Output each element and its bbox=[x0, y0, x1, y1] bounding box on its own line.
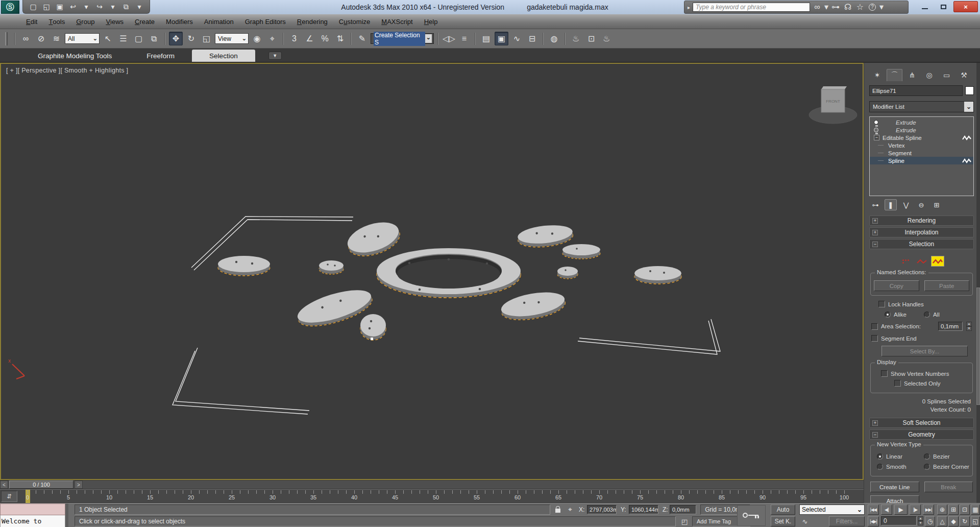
modifier-list-dropdown[interactable]: Modifier List⌄ bbox=[869, 101, 974, 112]
ribbon-minimize-icon[interactable]: ▼ bbox=[268, 52, 282, 60]
render-setup-icon[interactable]: ♨ bbox=[569, 32, 583, 45]
segment-subobject-icon[interactable] bbox=[915, 256, 928, 267]
macro-recorder-pane[interactable] bbox=[0, 504, 65, 515]
y-coordinate-field[interactable]: 1060,144mm bbox=[629, 505, 658, 514]
favorites-star-icon[interactable]: ☆ bbox=[854, 2, 866, 12]
help-icon[interactable]: ? bbox=[867, 2, 878, 12]
ribbon-tab-graphite-modeling-tools[interactable]: Graphite Modeling Tools bbox=[20, 50, 129, 62]
motion-tab-icon[interactable]: ◎ bbox=[921, 69, 937, 81]
align-icon[interactable]: ≡ bbox=[457, 32, 471, 45]
utilities-tab-icon[interactable]: ⚒ bbox=[956, 69, 972, 81]
menu-animation[interactable]: Animation bbox=[199, 14, 239, 29]
collapse-icon[interactable]: − bbox=[872, 242, 878, 247]
key-filter-dropdown[interactable]: Selected⌄ bbox=[799, 505, 865, 515]
area-selection-spinner[interactable]: ▲▼ bbox=[966, 322, 972, 331]
mirror-icon[interactable]: ◁▷ bbox=[442, 32, 456, 45]
isolate-cube-icon[interactable]: ◰ bbox=[679, 516, 690, 526]
go-to-start-button[interactable]: |◀◀ bbox=[868, 505, 879, 515]
area-selection-value[interactable]: 0,1mm bbox=[938, 322, 963, 331]
field-of-view-icon[interactable]: △ bbox=[937, 516, 947, 526]
pin-stack-icon[interactable]: ⊶ bbox=[869, 199, 881, 210]
subscription-key-icon[interactable]: ⊶ bbox=[830, 2, 841, 12]
help-dropdown-icon[interactable]: ▾ bbox=[879, 2, 884, 12]
use-pivot-point-center-icon[interactable]: ◉ bbox=[250, 32, 264, 45]
undo-icon[interactable]: ↩ bbox=[67, 1, 79, 12]
select-and-manipulate-icon[interactable]: ⌖ bbox=[265, 32, 279, 45]
bulb-off-icon[interactable] bbox=[874, 128, 878, 132]
object-name-field[interactable]: Ellipse71 bbox=[869, 85, 963, 96]
make-unique-icon[interactable]: ⋁ bbox=[900, 199, 912, 210]
spinner-snap-icon[interactable]: ⇅ bbox=[333, 32, 347, 45]
paste-button[interactable]: Paste bbox=[924, 280, 970, 291]
zoom-icon[interactable]: ⊕ bbox=[937, 505, 947, 515]
spline-subobject-icon[interactable] bbox=[931, 256, 944, 267]
rollout-rendering[interactable]: + Rendering bbox=[869, 215, 974, 226]
menu-maxscript[interactable]: MAXScript bbox=[376, 14, 418, 29]
selection-filter-dropdown[interactable]: All⌄ bbox=[65, 33, 100, 44]
select-and-link-icon[interactable]: ∞ bbox=[19, 32, 33, 45]
rollout-geometry[interactable]: − Geometry bbox=[869, 429, 974, 440]
save-file-icon[interactable]: ▣ bbox=[54, 1, 66, 12]
rollout-interpolation[interactable]: + Interpolation bbox=[869, 227, 974, 237]
bezier-corner-radio[interactable]: Bezier Corner bbox=[924, 464, 969, 470]
time-configuration-icon[interactable]: ◷ bbox=[925, 516, 935, 526]
break-button[interactable]: Break bbox=[924, 482, 973, 492]
layer-manager-icon[interactable]: ▤ bbox=[479, 32, 493, 45]
communication-center-icon[interactable]: ☊ bbox=[842, 2, 853, 12]
area-selection-checkbox[interactable]: Area Selection: bbox=[871, 323, 921, 330]
listener-pane[interactable]: Welcome to bbox=[0, 515, 65, 527]
previous-frame-button[interactable]: ◀|| bbox=[881, 505, 892, 515]
search-binoculars-icon[interactable]: ∞ bbox=[812, 2, 823, 12]
vertex-subobject-icon[interactable] bbox=[899, 256, 913, 267]
open-file-icon[interactable]: ◱ bbox=[40, 1, 53, 12]
auto-key-button[interactable]: Auto bbox=[771, 505, 795, 515]
rendered-frame-window-icon[interactable]: ⊡ bbox=[584, 32, 598, 45]
menu-tools[interactable]: Tools bbox=[43, 14, 70, 29]
bulb-on-icon[interactable] bbox=[874, 120, 878, 125]
select-by-name-icon[interactable]: ☰ bbox=[116, 32, 130, 45]
toolbar-grip[interactable] bbox=[5, 32, 8, 45]
scrollbar-thumb[interactable] bbox=[976, 288, 980, 405]
rollout-soft-selection[interactable]: + Soft Selection bbox=[869, 418, 974, 428]
orbit-icon[interactable]: ↻ bbox=[960, 516, 970, 526]
create-line-button[interactable]: Create Line bbox=[870, 482, 919, 492]
zoom-extents-all-icon[interactable]: ▦ bbox=[971, 505, 980, 515]
ribbon-tab-freeform[interactable]: Freeform bbox=[129, 50, 192, 62]
bind-to-space-warp-icon[interactable]: ≋ bbox=[50, 32, 63, 45]
scene-ring[interactable] bbox=[377, 248, 521, 298]
graphite-ribbon-toggle-icon[interactable]: ▣ bbox=[495, 32, 508, 45]
reference-coordinate-dropdown[interactable]: View⌄ bbox=[215, 33, 249, 44]
scene-canvas[interactable]: FRONT x bbox=[1, 64, 863, 479]
maximize-viewport-icon[interactable]: ◱ bbox=[971, 516, 980, 526]
modifier-stack-row[interactable]: ┄┄Segment bbox=[870, 149, 973, 157]
viewport-label[interactable]: [ + ][ Perspective ][ Smooth + Highlight… bbox=[6, 67, 128, 74]
selection-lock-icon[interactable] bbox=[552, 505, 564, 515]
frame-spinner[interactable]: ▲▼ bbox=[918, 516, 923, 525]
select-object-icon[interactable]: ↖ bbox=[101, 32, 115, 45]
show-vertex-numbers-checkbox[interactable]: Show Vertex Numbers bbox=[881, 370, 969, 377]
copy-button[interactable]: Copy bbox=[874, 280, 919, 291]
hierarchy-tab-icon[interactable]: ⋔ bbox=[904, 69, 920, 81]
menu-group[interactable]: Group bbox=[70, 14, 100, 29]
menu-help[interactable]: Help bbox=[419, 14, 444, 29]
modifier-stack-row[interactable]: ┄┄Vertex bbox=[870, 141, 973, 149]
modify-tab-icon[interactable]: ⌒ bbox=[887, 69, 902, 81]
segment-end-checkbox[interactable]: Segment End bbox=[871, 335, 917, 342]
redo-dropdown-icon[interactable]: ▾ bbox=[107, 1, 119, 12]
render-production-icon[interactable]: ♨ bbox=[600, 32, 614, 45]
menu-modifiers[interactable]: Modifiers bbox=[160, 14, 199, 29]
collapse-box-icon[interactable]: − bbox=[874, 135, 879, 140]
rectangular-selection-region-icon[interactable]: ▢ bbox=[132, 32, 145, 45]
maxscript-mini-listener[interactable]: Welcome to bbox=[0, 504, 68, 527]
go-to-end-button[interactable]: ▶▶| bbox=[923, 505, 934, 515]
redo-icon[interactable]: ↪ bbox=[93, 1, 106, 12]
set-key-button[interactable]: Set K. bbox=[771, 516, 795, 526]
qat-overflow-icon[interactable]: ▾ bbox=[133, 1, 145, 12]
absolute-offset-mode-icon[interactable]: ⌖ bbox=[565, 505, 576, 515]
command-panel-scrollbar[interactable] bbox=[976, 63, 980, 503]
collapse-icon[interactable]: − bbox=[872, 432, 878, 438]
viewcube-front-label[interactable]: FRONT bbox=[826, 99, 840, 104]
select-and-rotate-icon[interactable]: ↻ bbox=[184, 32, 198, 45]
time-slider-handle[interactable]: 0 / 100 bbox=[9, 481, 74, 489]
bezier-radio[interactable]: Bezier bbox=[924, 453, 950, 460]
